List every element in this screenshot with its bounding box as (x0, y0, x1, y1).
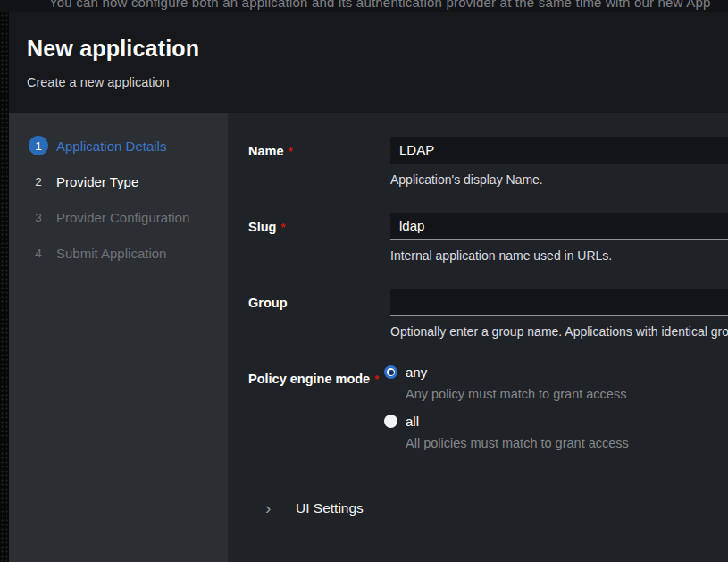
step-label: Provider Type (56, 174, 138, 189)
step-label: Provider Configuration (56, 210, 189, 225)
name-input[interactable] (390, 137, 728, 164)
form-row-name: Name* Application's display Name. (248, 137, 728, 188)
step-label: Application Details (56, 138, 166, 154)
slug-input[interactable] (390, 213, 728, 240)
wizard-step-provider-type[interactable]: 2 Provider Type (9, 164, 228, 199)
chevron-right-icon[interactable]: › (265, 503, 276, 514)
radio-all-help-text: All policies must match to grant access (406, 436, 728, 451)
application-details-form: Name* Application's display Name. Slug* … (228, 113, 728, 562)
radio-any[interactable] (384, 365, 397, 379)
form-row-slug: Slug* Internal application name used in … (248, 213, 728, 264)
group-label: Group (248, 289, 390, 340)
wizard-step-submit-application: 4 Submit Application (9, 235, 228, 271)
group-input[interactable] (390, 289, 728, 316)
step-number-badge: 4 (29, 243, 48, 263)
slug-label: Slug* (248, 213, 390, 264)
radio-any-label[interactable]: any (406, 365, 427, 380)
modal-body: 1 Application Details 2 Provider Type 3 … (9, 113, 728, 562)
required-asterisk: * (289, 145, 293, 158)
radio-all-label[interactable]: all (406, 414, 419, 429)
step-label: Submit Application (56, 246, 166, 261)
wizard-nav: 1 Application Details 2 Provider Type 3 … (9, 113, 228, 562)
required-asterisk: * (280, 221, 285, 234)
radio-any-help-text: Any policy must match to grant access (406, 387, 728, 402)
policy-mode-option-all[interactable]: all (384, 414, 728, 429)
group-help-text: Optionally enter a group name. Applicati… (390, 324, 728, 340)
name-label: Name* (248, 137, 390, 188)
form-row-policy-engine-mode: Policy engine mode* any Any policy must … (248, 365, 728, 463)
new-application-modal: New application Create a new application… (9, 12, 728, 562)
modal-subtitle: Create a new application (27, 75, 728, 89)
step-number-badge: 1 (29, 136, 48, 155)
policy-mode-option-any[interactable]: any (384, 365, 728, 380)
policy-engine-mode-label: Policy engine mode* (248, 365, 390, 463)
wizard-step-provider-configuration: 3 Provider Configuration (9, 199, 228, 235)
banner-text: You can now configure both an applicatio… (49, 0, 710, 10)
required-asterisk: * (374, 373, 379, 386)
step-number-badge: 2 (29, 172, 48, 191)
notification-banner: You can now configure both an applicatio… (0, 0, 728, 12)
modal-header: New application Create a new application (9, 12, 728, 113)
ui-settings-expander[interactable]: › UI Settings (248, 500, 728, 516)
step-number-badge: 3 (29, 207, 48, 227)
modal-title: New application (27, 36, 728, 62)
form-row-group: Group Optionally enter a group name. App… (248, 289, 728, 340)
radio-all[interactable] (384, 415, 397, 428)
slug-help-text: Internal application name used in URLs. (390, 248, 728, 264)
name-help-text: Application's display Name. (390, 172, 728, 188)
wizard-step-application-details[interactable]: 1 Application Details (9, 128, 228, 164)
ui-settings-label: UI Settings (296, 500, 364, 516)
